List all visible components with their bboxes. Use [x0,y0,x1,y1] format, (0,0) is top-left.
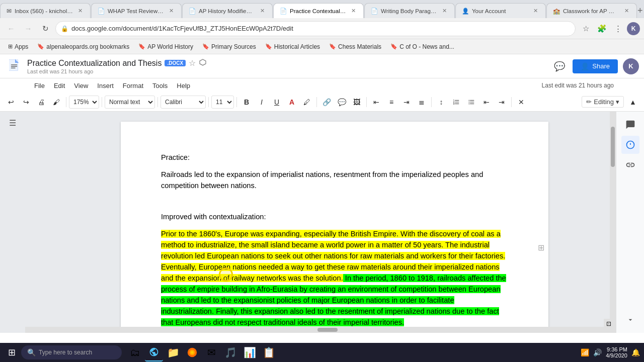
taskbar-media[interactable]: 🎵 [221,343,239,361]
text-color-button[interactable]: A [285,95,299,109]
font-size-selector[interactable]: 11 10 12 14 [211,96,234,109]
tab-7[interactable]: 🏫 Classwork for AP World History... ✕ [546,3,637,18]
clear-formatting-button[interactable]: ✕ [514,95,528,109]
bookmark-alpenaleopards[interactable]: 🔖 alpenaleopards.org bookmarks [33,42,133,51]
menu-edit[interactable]: Edit [50,80,69,91]
align-center-button[interactable]: ≡ [384,95,398,109]
redo-button[interactable]: ↪ [19,95,33,109]
tab-1[interactable]: ✉ Inbox (560) - knichols@alpenalc... ✕ [0,3,91,18]
taskbar-clock[interactable]: 9:36 PM 4/9/2020 [606,346,627,358]
bookmark-ap-world[interactable]: 🔖 AP World History [134,42,197,51]
page-resize-handle[interactable]: ⊞ [538,243,544,252]
undo-button[interactable]: ↩ [4,95,18,109]
docs-drive-button[interactable] [199,58,207,68]
bookmark-cof-label: C of O - News and... [399,43,454,50]
numbered-list-button[interactable] [449,95,463,109]
paragraph-style-selector[interactable]: Normal text Heading 1 Heading 2 [105,96,155,109]
taskbar-onenote[interactable]: 📋 [260,343,278,361]
print-button[interactable]: 🖨 [34,95,48,109]
tab-7-close[interactable]: ✕ [622,7,630,15]
increase-indent-button[interactable]: ⇥ [495,95,509,109]
taskbar-mail[interactable]: ✉ [202,343,220,361]
decrease-indent-button[interactable]: ⇤ [479,95,494,109]
tab-2[interactable]: 📄 WHAP Test Review (2020) - Goo... ✕ [91,3,182,18]
docs-profile-avatar[interactable]: K [623,58,639,74]
bold-button[interactable]: B [239,95,254,109]
docs-share-button[interactable]: 👤 Share [573,59,618,73]
font-selector[interactable]: Calibri Arial Times New Roman [160,96,206,109]
start-button[interactable]: ⊞ [4,345,19,360]
editing-mode-button[interactable]: ✏ Editing ▾ [582,96,624,108]
line-spacing-button[interactable]: ↕ [434,95,448,109]
tab-3[interactable]: 📄 AP History Modified DBQ Rubri... ✕ [182,3,273,18]
back-button[interactable]: ← [4,22,18,36]
scrollbar-thumb[interactable] [611,127,615,167]
doc-outline-toggle[interactable]: ☰ [7,117,19,129]
forward-button[interactable]: → [21,22,35,36]
taskbar-explorer[interactable]: 📁 [164,343,182,361]
tab-5-close[interactable]: ✕ [440,7,448,15]
tab-6[interactable]: 👤 Your Account ✕ [455,3,546,18]
align-left-button[interactable]: ⇤ [369,95,383,109]
paintformat-button[interactable]: 🖌 [49,95,63,109]
horizontal-scrollbar-thumb[interactable] [317,328,338,332]
taskbar-firefox[interactable] [183,343,201,361]
bottom-scrollbar-down[interactable] [621,311,639,329]
browser-profile[interactable]: K [627,22,640,35]
suggestions-panel-button[interactable] [621,116,639,134]
tab-4-active[interactable]: 📄 Practice Contextualization and T... ✕ [273,3,364,18]
menu-help[interactable]: Help [173,80,194,91]
contextualization-paragraph[interactable]: Prior to the 1860's, Europe was expandin… [161,228,508,328]
menu-tools[interactable]: Tools [148,80,172,91]
tab-6-close[interactable]: ✕ [531,7,539,15]
horizontal-scrollbar[interactable] [25,327,610,333]
menu-file[interactable]: File [30,80,49,91]
vertical-scrollbar[interactable] [610,112,616,333]
taskbar-volume-icon[interactable]: 🔊 [593,348,602,356]
tab-2-close[interactable]: ✕ [167,7,175,15]
bookmark-chess[interactable]: 🔖 Chess Materials [325,42,385,51]
insert-link-button[interactable]: 🔗 [319,95,334,109]
docs-document-title[interactable]: Practice Contextualization and Thesis [27,59,162,68]
settings-button[interactable]: ⋮ [611,22,625,36]
justify-button[interactable]: ≣ [415,95,429,109]
taskbar-search-box[interactable]: 🔍 Type here to search [21,345,122,359]
taskbar-notification-icon[interactable]: 🔔 [631,348,640,356]
highlight-color-button[interactable]: 🖊 [300,95,314,109]
reload-button[interactable]: ↻ [38,22,52,36]
right-side-panel [616,112,644,333]
italic-button[interactable]: I [255,95,269,109]
taskbar-powerpoint[interactable]: 📊 [240,343,259,361]
underline-button[interactable]: U [270,95,284,109]
zoom-selector[interactable]: 175% 100% 125% 150% [69,96,99,109]
taskbar-network-icon[interactable]: 📶 [581,348,589,356]
new-tab-button[interactable]: + [637,4,643,18]
links-panel-button[interactable] [621,156,639,174]
menu-insert[interactable]: Insert [93,80,118,91]
tab-4-close[interactable]: ✕ [349,7,357,15]
url-bar[interactable]: 🔒 docs.google.com/document/d/1KacTcFjevU… [55,21,576,36]
tab-5[interactable]: 📄 Writing Body Paragraphs (Docu... ✕ [364,3,455,18]
insert-comment-button[interactable]: 💬 [335,95,349,109]
taskbar-taskview[interactable]: 🗂 [126,343,144,361]
menu-format[interactable]: Format [119,80,147,91]
bulleted-list-button[interactable] [464,95,478,109]
bookmark-star-button[interactable]: ☆ [579,22,593,36]
insert-image-button[interactable]: 🖼 [350,95,364,109]
bookmark-cof[interactable]: 🔖 C of O - News and... [386,42,458,51]
docs-comments-button[interactable]: 💬 [551,58,568,74]
bookmark-apps[interactable]: ⊞ Apps [4,42,32,51]
taskbar-edge[interactable] [145,343,163,361]
align-right-button[interactable]: ⇥ [399,95,414,109]
extension-button[interactable]: 🧩 [595,22,609,36]
bookmark-historical-articles[interactable]: 🔖 Historical Articles [261,42,324,51]
paragraph-railroads[interactable]: Railroads led to the expansion of imperi… [161,169,508,191]
collapse-toolbar-button[interactable]: ▲ [626,95,640,109]
tab-3-close[interactable]: ✕ [258,7,266,15]
tab-1-close[interactable]: ✕ [76,7,84,15]
comments-panel-button[interactable] [621,136,639,154]
doc-page-container[interactable]: Practice: Railroads led to the expansion… [25,112,644,333]
docs-star-button[interactable]: ☆ [189,58,196,68]
menu-view[interactable]: View [70,80,92,91]
bookmark-primary-sources[interactable]: 🔖 Primary Sources [198,42,260,51]
